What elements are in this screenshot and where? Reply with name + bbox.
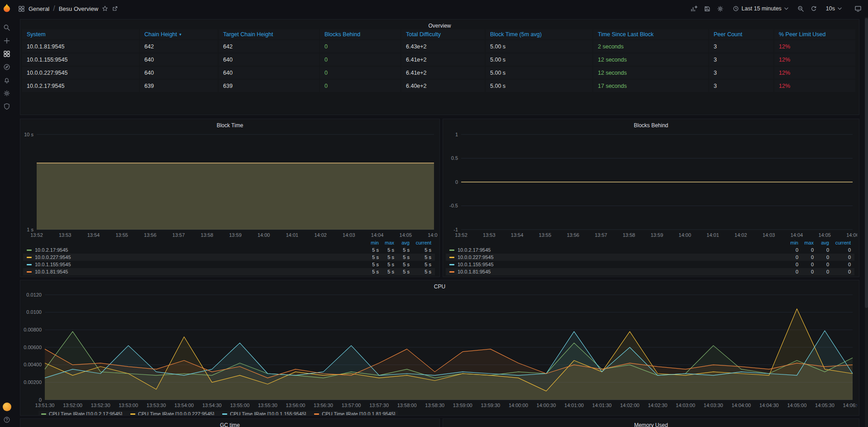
svg-text:0: 0 — [455, 179, 458, 185]
shield-icon[interactable] — [1, 101, 13, 112]
legend-series-name[interactable]: 10.0.1.81:9545 — [35, 269, 68, 274]
legend-value: 5 s — [394, 247, 410, 253]
panel-title-memory-used[interactable]: Memory Used — [443, 419, 859, 427]
table-cell: 12 seconds — [593, 53, 708, 66]
grafana-logo-icon[interactable] — [2, 3, 11, 14]
column-header-system[interactable]: System — [22, 29, 139, 39]
series-color-swatch-icon — [41, 413, 46, 415]
series-color-swatch-icon — [449, 257, 454, 258]
legend-sort-current[interactable]: current — [410, 240, 431, 245]
refresh-interval-picker[interactable]: 10s — [823, 5, 844, 12]
user-avatar[interactable] — [3, 403, 11, 411]
save-dashboard-icon[interactable] — [704, 4, 711, 14]
help-icon[interactable] — [3, 416, 10, 423]
table-cell: 5.00 s — [486, 53, 592, 66]
svg-text:14:05:00: 14:05:00 — [787, 403, 806, 408]
series-color-swatch-icon — [449, 271, 454, 273]
legend-value: 5 s — [363, 247, 379, 253]
svg-text:13:57:00: 13:57:00 — [342, 403, 361, 408]
column-header-total-difficulty[interactable]: Total Difficulty — [401, 29, 485, 39]
legend-series[interactable]: CPU Time IRate [10.0.2.17:9545] — [41, 411, 122, 416]
series-color-swatch-icon — [27, 249, 32, 251]
column-header-target-chain-height[interactable]: Target Chain Height — [219, 29, 319, 39]
legend-series-name[interactable]: 10.0.2.17:9545 — [458, 247, 491, 253]
cpu-chart[interactable]: 00.002000.004000.006000.008000.01000.012… — [23, 292, 857, 412]
legend-series-name[interactable]: 10.0.0.227:9545 — [458, 254, 494, 260]
plus-icon[interactable] — [1, 35, 13, 47]
panel-title-overview[interactable]: Overview — [20, 19, 859, 29]
breadcrumb-title[interactable]: Besu Overview — [59, 5, 98, 12]
panel-title-cpu[interactable]: CPU — [20, 280, 859, 290]
legend-sort-max[interactable]: max — [379, 240, 394, 245]
legend-series-name[interactable]: 10.0.0.227:9545 — [35, 254, 71, 260]
add-panel-icon[interactable] — [690, 4, 697, 14]
cpu-legend: CPU Time IRate [10.0.2.17:9545]CPU Time … — [38, 411, 398, 416]
svg-text:0.0100: 0.0100 — [26, 309, 42, 315]
legend-series-name[interactable]: 10.0.1.81:9545 — [458, 269, 491, 274]
search-icon[interactable] — [1, 22, 13, 34]
column-header-time-since-last-block[interactable]: Time Since Last Block — [593, 29, 708, 39]
column-header-chain-height[interactable]: Chain Height▾ — [140, 29, 218, 39]
legend-sort-min[interactable]: min — [363, 240, 379, 245]
gear-icon[interactable] — [1, 87, 13, 99]
overview-table-header: SystemChain Height▾Target Chain HeightBl… — [22, 29, 855, 39]
bell-icon[interactable] — [1, 74, 13, 86]
legend-row: 10.0.1.81:95450000 — [446, 268, 854, 275]
legend-sort-min[interactable]: min — [783, 240, 798, 245]
legend-row: 10.0.2.17:95455 s5 s5 s5 s — [23, 246, 435, 254]
legend-series-name[interactable]: 10.0.1.155:9545 — [35, 262, 71, 267]
legend-value: 0 — [814, 247, 829, 253]
table-cell: 642 — [219, 40, 319, 53]
column-header--peer-limit-used[interactable]: % Peer Limit Used — [774, 29, 855, 39]
column-header-peer-count[interactable]: Peer Count — [709, 29, 773, 39]
legend-sort-avg[interactable]: avg — [394, 240, 410, 245]
legend-series[interactable]: CPU Time IRate [10.0.1.155:9545] — [222, 411, 306, 416]
legend-sort-current[interactable]: current — [829, 240, 851, 245]
svg-text:13:57: 13:57 — [172, 232, 185, 238]
legend-series[interactable]: CPU Time IRate [10.0.1.81:9545] — [314, 411, 395, 416]
star-icon[interactable] — [102, 4, 108, 14]
svg-text:13:58:00: 13:58:00 — [397, 403, 417, 408]
legend-series-name[interactable]: 10.0.1.155:9545 — [458, 262, 494, 267]
column-header-block-time-5m-avg-[interactable]: Block Time (5m avg) — [486, 29, 592, 39]
legend-value: 5 s — [410, 254, 431, 260]
svg-text:13:54: 13:54 — [511, 232, 524, 238]
panel-title-block-time[interactable]: Block Time — [20, 119, 439, 129]
chevron-down-icon — [838, 7, 842, 10]
dashboard-settings-icon[interactable] — [717, 4, 724, 14]
legend-series-name[interactable]: 10.0.2.17:9545 — [35, 247, 68, 253]
scrollbar-thumb[interactable] — [865, 18, 868, 308]
panel-title-gc-time[interactable]: GC time — [20, 419, 439, 427]
time-range-picker[interactable]: Last 15 minutes — [730, 5, 791, 12]
legend-series[interactable]: CPU Time IRate [10.0.0.227:9545] — [130, 411, 214, 416]
navbar-actions: Last 15 minutes 10s — [690, 4, 862, 14]
svg-text:13:55: 13:55 — [115, 232, 128, 238]
legend-sort-avg[interactable]: avg — [814, 240, 829, 245]
share-icon[interactable] — [112, 4, 118, 14]
apps-icon[interactable] — [1, 48, 13, 60]
blocks-behind-chart[interactable]: 10.50-0.5-113:5213:5313:5413:5513:5613:5… — [446, 131, 857, 241]
sidebar — [0, 0, 14, 427]
panel-title-blocks-behind[interactable]: Blocks Behind — [443, 119, 859, 129]
chevron-down-icon — [784, 7, 788, 10]
table-cell: 640 — [140, 53, 218, 66]
column-header-blocks-behind[interactable]: Blocks Behind — [320, 29, 401, 39]
table-cell: 10.0.1.155:9545 — [22, 53, 139, 66]
table-cell: 5.00 s — [486, 67, 592, 79]
svg-text:14:02:00: 14:02:00 — [620, 403, 639, 408]
block-time-chart[interactable]: 10 s1 s13:5213:5313:5413:5513:5613:5713:… — [23, 131, 438, 241]
svg-text:13:56:00: 13:56:00 — [286, 403, 305, 408]
legend-series-name: CPU Time IRate [10.0.1.155:9545] — [230, 411, 306, 416]
refresh-icon[interactable] — [811, 4, 817, 14]
compass-icon[interactable] — [1, 61, 13, 73]
series-color-swatch-icon — [27, 264, 32, 265]
zoom-out-icon[interactable] — [797, 4, 804, 14]
tv-mode-icon[interactable] — [854, 4, 862, 14]
breadcrumb-root[interactable]: General — [29, 5, 49, 12]
legend-value: 0 — [829, 262, 851, 267]
table-cell: 12% — [774, 80, 855, 92]
svg-text:1 s: 1 s — [27, 227, 33, 232]
svg-text:13:52: 13:52 — [455, 232, 467, 238]
legend-sort-max[interactable]: max — [798, 240, 814, 245]
legend-value: 5 s — [363, 254, 379, 260]
